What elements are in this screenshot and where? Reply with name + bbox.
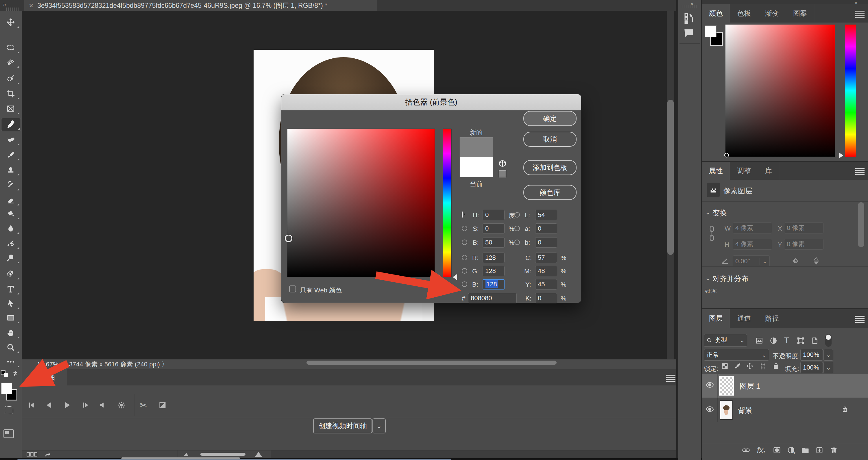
frame-animation-icon[interactable]	[27, 452, 38, 457]
radio-r[interactable]	[462, 255, 467, 260]
web-colors-label[interactable]: 只有 Web 颜色	[300, 286, 342, 295]
go-to-first-frame-button[interactable]	[26, 399, 37, 411]
tab-timeline[interactable]: 时间轴	[22, 369, 67, 386]
marquee-tool[interactable]	[1, 41, 20, 54]
document-size-info[interactable]: 3744 像素 x 5616 像素 (240 ppi) 〉	[69, 360, 168, 369]
lock-all-icon[interactable]	[773, 362, 779, 371]
color-panel-menu-icon[interactable]	[855, 13, 865, 13]
color-panel-hue-strip[interactable]	[845, 25, 856, 157]
clone-stamp-tool[interactable]	[1, 164, 20, 176]
mute-audio-button[interactable]	[97, 399, 109, 411]
out-of-gamut-cube-icon[interactable]	[499, 160, 506, 168]
hand-tool[interactable]	[1, 327, 20, 339]
m-field[interactable]: 48	[535, 266, 557, 276]
crop-tool[interactable]	[1, 87, 20, 100]
a-field[interactable]: 0	[535, 223, 557, 234]
add-mask-icon[interactable]	[773, 446, 781, 455]
radio-l[interactable]	[515, 212, 520, 218]
blend-mode-select[interactable]: 正常⌄	[704, 349, 769, 361]
tab-swatches[interactable]: 色板	[730, 4, 758, 23]
eraser-tool[interactable]	[1, 194, 20, 206]
align-collapse-icon[interactable]: ⌄	[705, 274, 711, 282]
comments-panel-icon[interactable]	[682, 27, 695, 39]
type-tool[interactable]	[1, 283, 20, 295]
dialog-title[interactable]: 拾色器 (前景色)	[281, 94, 581, 110]
screen-mode-button[interactable]	[3, 429, 14, 438]
transform-collapse-icon[interactable]: ⌄	[705, 208, 711, 216]
gradient-tool[interactable]	[1, 207, 20, 220]
layer-name[interactable]: 背景	[738, 406, 752, 415]
lock-transparency-icon[interactable]	[721, 362, 728, 371]
r-field[interactable]: 128	[483, 253, 504, 263]
new-group-icon[interactable]	[801, 446, 810, 455]
tab-libraries[interactable]: 库	[758, 162, 779, 180]
color-field-cursor[interactable]	[285, 235, 292, 242]
layer-row-selected[interactable]: 图层 1	[702, 374, 868, 398]
k-field[interactable]: 0	[535, 293, 557, 303]
radio-s[interactable]	[462, 226, 467, 231]
new-adjustment-layer-icon[interactable]: ▾	[787, 446, 795, 455]
create-video-timeline-button[interactable]: 创建视频时间轴	[313, 418, 372, 433]
zoom-level[interactable]: 16.67%	[37, 361, 59, 368]
lock-position-icon[interactable]	[746, 362, 753, 371]
layer-name[interactable]: 图层 1	[740, 382, 760, 391]
switch-colors-button[interactable]	[11, 370, 19, 377]
toolbar-grip[interactable]	[6, 7, 19, 11]
layer-filter-select[interactable]: 类型 ⌄	[704, 334, 747, 347]
hex-field[interactable]: 808080	[468, 293, 517, 303]
tab-patterns[interactable]: 图案	[786, 4, 814, 23]
visibility-eye-icon[interactable]	[706, 406, 714, 414]
split-clip-button[interactable]: ✂	[137, 399, 149, 411]
color-field-cursor[interactable]	[724, 153, 729, 158]
link-dimensions-icon[interactable]	[708, 225, 715, 241]
collapse-toolbar-icon[interactable]: »	[3, 1, 6, 8]
tab-paths[interactable]: 路径	[758, 309, 786, 328]
delete-layer-icon[interactable]	[830, 446, 838, 455]
next-frame-button[interactable]	[80, 399, 91, 411]
cancel-button[interactable]: 取消	[523, 132, 577, 147]
hue-strip-slider[interactable]	[839, 153, 843, 158]
hue-slider-strip[interactable]	[443, 129, 451, 277]
radio-g[interactable]	[462, 268, 467, 274]
radio-b-blue[interactable]	[462, 282, 467, 287]
opacity-field[interactable]: 100%	[800, 349, 823, 361]
frame-tool[interactable]	[1, 102, 20, 115]
smudge-tool[interactable]	[1, 237, 20, 250]
quick-mask-button[interactable]	[5, 406, 13, 414]
flip-horizontal-icon[interactable]	[790, 257, 800, 265]
edit-toolbar-button[interactable]	[1, 355, 20, 368]
h-field[interactable]: 0	[483, 210, 504, 220]
object-selection-tool[interactable]	[1, 72, 20, 85]
layer-thumbnail[interactable]	[720, 400, 733, 420]
gamut-swatch[interactable]	[499, 170, 506, 177]
fill-field[interactable]: 100%	[800, 362, 823, 373]
new-layer-icon[interactable]	[815, 446, 824, 455]
tab-properties[interactable]: 属性	[702, 162, 730, 180]
dodge-tool[interactable]	[1, 251, 20, 264]
rotation-field[interactable]: 0.00°⌄	[733, 256, 770, 267]
bottom-scroll-handle[interactable]	[121, 457, 240, 459]
web-colors-checkbox[interactable]	[289, 286, 296, 292]
l-field[interactable]: 54	[535, 210, 557, 220]
ok-button[interactable]: 确定	[523, 111, 577, 126]
tab-adjustments[interactable]: 调整	[730, 162, 758, 180]
filter-toggle[interactable]	[825, 334, 832, 347]
layer-thumbnail[interactable]	[719, 376, 734, 396]
previous-frame-button[interactable]	[43, 399, 54, 411]
properties-scrollbar[interactable]	[858, 202, 864, 247]
x-field[interactable]: 0 像素	[784, 223, 824, 233]
foreground-background-swatches[interactable]	[1, 383, 21, 403]
timeline-settings-button[interactable]	[116, 399, 127, 411]
foreground-color-swatch[interactable]	[1, 383, 12, 394]
color-panel-gradient-field[interactable]	[725, 25, 835, 157]
g-field[interactable]: 128	[483, 266, 504, 276]
timeline-menu-icon[interactable]	[666, 377, 676, 377]
brush-tool[interactable]	[1, 149, 20, 161]
width-field[interactable]: 4 像素	[733, 223, 772, 233]
healing-brush-tool[interactable]	[1, 133, 20, 146]
add-to-swatches-button[interactable]: 添加到色板	[523, 160, 577, 175]
dock-grip[interactable]	[682, 5, 696, 8]
pen-tool[interactable]	[1, 268, 20, 280]
hue-slider-handle-left[interactable]	[437, 274, 442, 280]
path-selection-tool[interactable]	[1, 297, 20, 310]
